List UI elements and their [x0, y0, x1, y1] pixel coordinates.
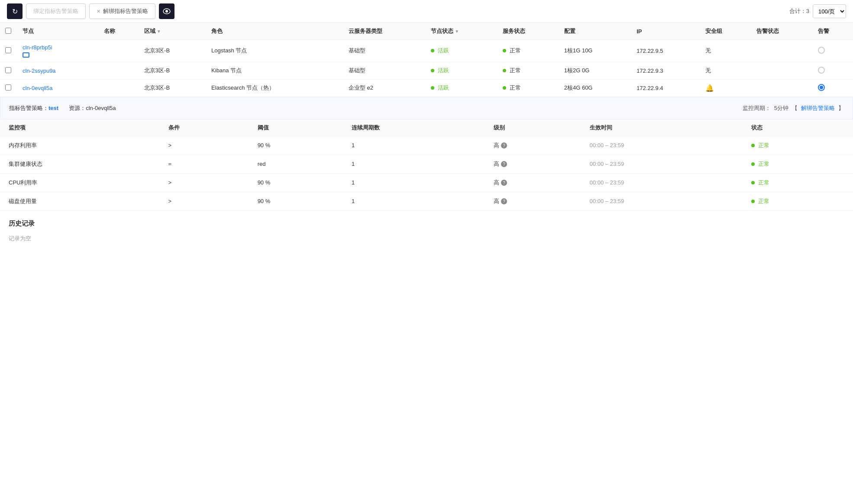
- monitor-table: 监控项 条件 阈值 连续周期数 级别 生效时间 状态 内存利用率 > 90 % …: [0, 120, 853, 211]
- th-name: 名称: [99, 23, 139, 40]
- row-checkbox[interactable]: [5, 47, 11, 53]
- status-text: 正常: [758, 161, 769, 167]
- service-status-text: 正常: [510, 84, 521, 91]
- node-link[interactable]: cln-0evqll5a: [23, 85, 52, 91]
- row-checkbox-cell[interactable]: [0, 79, 17, 97]
- row-alert[interactable]: [813, 40, 853, 62]
- row-node-status: 活跃: [426, 79, 498, 97]
- th-role: 角色: [206, 23, 343, 40]
- question-icon: ?: [501, 142, 507, 149]
- bind-policy-button[interactable]: 绑定指标告警策略: [26, 3, 86, 19]
- th-condition: 条件: [160, 120, 249, 136]
- close-icon: ✕: [97, 9, 100, 14]
- node-status-sort-icon: ▼: [455, 29, 459, 34]
- unbind-policy-button[interactable]: ✕ 解绑指标告警策略: [89, 3, 155, 19]
- monitor-row: CPU利用率 > 90 % 1 高? 00:00 – 23:59 正常: [0, 173, 853, 192]
- monitor-row: 内存利用率 > 90 % 1 高? 00:00 – 23:59 正常: [0, 136, 853, 155]
- service-status-dot: [503, 49, 506, 52]
- th-service-status: 服务状态: [498, 23, 559, 40]
- monitor-periods: 1: [343, 173, 485, 192]
- row-security-group: 无: [700, 62, 751, 79]
- row-checkbox-cell[interactable]: [0, 62, 17, 79]
- monitor-time-range: 00:00 – 23:59: [581, 155, 743, 173]
- th-region[interactable]: 区域 ▼: [139, 23, 206, 40]
- row-node-status: 活跃: [426, 40, 498, 62]
- monitor-periods: 1: [343, 155, 485, 173]
- question-icon: ?: [501, 198, 507, 204]
- monitor-threshold: 90 %: [249, 173, 343, 192]
- monitor-condition: >: [160, 136, 249, 155]
- row-alert[interactable]: [813, 62, 853, 79]
- status-dot: [751, 181, 755, 184]
- row-cloud-type: 基础型: [343, 40, 426, 62]
- table-row: cln-r8prbp5i 北京3区-B Logstash 节点 基础型 活跃 正…: [0, 40, 853, 62]
- node-status-text: 活跃: [438, 47, 449, 54]
- status-dot: [751, 144, 755, 147]
- history-section: 历史记录 记录为空: [0, 211, 853, 251]
- monitor-status: 正常: [743, 192, 853, 210]
- eye-button[interactable]: [159, 3, 174, 19]
- row-config: 1核2G 0G: [559, 62, 631, 79]
- node-link[interactable]: cln-2ssypu9a: [23, 68, 56, 74]
- alert-radio-empty[interactable]: [818, 67, 825, 74]
- row-name: [99, 40, 139, 62]
- row-alert-status: [751, 79, 813, 97]
- page-size-select[interactable]: 100/页 10/页 20/页 50/页: [813, 4, 846, 18]
- row-checkbox[interactable]: [5, 84, 11, 90]
- monitor-threshold: 90 %: [249, 192, 343, 210]
- row-region: 北京3区-B: [139, 62, 206, 79]
- row-node: cln-r8prbp5i: [17, 40, 99, 62]
- bind-policy-label: 绑定指标告警策略: [33, 7, 78, 15]
- select-all-cell[interactable]: [0, 23, 17, 40]
- region-sort-icon: ▼: [157, 29, 161, 34]
- th-level: 级别: [485, 120, 581, 136]
- row-checkbox-cell[interactable]: [0, 40, 17, 62]
- bell-icon: 🔔: [705, 84, 714, 92]
- status-text: 正常: [758, 198, 769, 204]
- th-node-status[interactable]: 节点状态 ▼: [426, 23, 498, 40]
- policy-section: 指标告警策略：test 资源：cln-0evqll5a 监控周期： 5分钟 【 …: [0, 97, 853, 120]
- row-alert[interactable]: [813, 79, 853, 97]
- th-ip: IP: [631, 23, 700, 40]
- node-status-text: 活跃: [438, 84, 449, 91]
- row-ip: 172.22.9.5: [631, 40, 700, 62]
- row-service-status: 正常: [498, 62, 559, 79]
- refresh-button[interactable]: ↻: [7, 3, 23, 19]
- service-status-text: 正常: [510, 67, 521, 74]
- th-time-range: 生效时间: [581, 120, 743, 136]
- table-header-row: 节点 名称 区域 ▼ 角色 云服务器类型 节点状态 ▼ 服务状态 配置 IP 安…: [0, 23, 853, 40]
- select-all-checkbox[interactable]: [5, 28, 11, 34]
- row-cloud-type: 企业型 e2: [343, 79, 426, 97]
- monitor-periods: 1: [343, 192, 485, 210]
- policy-label: 指标告警策略：test: [9, 104, 58, 112]
- alert-radio-empty[interactable]: [818, 47, 825, 54]
- monitor-condition: =: [160, 155, 249, 173]
- node-link[interactable]: cln-r8prbp5i: [23, 44, 52, 51]
- row-role: Logstash 节点: [206, 40, 343, 62]
- th-cloud-type: 云服务器类型: [343, 23, 426, 40]
- question-icon: ?: [501, 161, 507, 167]
- th-node: 节点: [17, 23, 99, 40]
- row-role: Kibana 节点: [206, 62, 343, 79]
- th-periods: 连续周期数: [343, 120, 485, 136]
- monitor-level: 高?: [485, 192, 581, 210]
- monitor-level: 高?: [485, 136, 581, 155]
- period-value: 5分钟: [774, 104, 788, 112]
- table-row: cln-2ssypu9a 北京3区-B Kibana 节点 基础型 活跃 正常 …: [0, 62, 853, 79]
- row-config: 1核1G 10G: [559, 40, 631, 62]
- resource-name: cln-0evqll5a: [86, 105, 116, 111]
- row-service-status: 正常: [498, 79, 559, 97]
- service-status-text: 正常: [510, 47, 521, 54]
- monitor-condition: >: [160, 192, 249, 210]
- row-checkbox[interactable]: [5, 67, 11, 73]
- status-dot: [751, 162, 755, 166]
- policy-info: 指标告警策略：test 资源：cln-0evqll5a: [9, 104, 116, 112]
- monitor-status: 正常: [743, 173, 853, 192]
- node-status-dot: [431, 86, 434, 90]
- eye-icon: [163, 8, 171, 14]
- th-security-group: 安全组: [700, 23, 751, 40]
- svg-point-1: [165, 10, 168, 13]
- unbind-policy-label: 解绑指标告警策略: [103, 7, 148, 15]
- alert-radio-selected[interactable]: [818, 84, 825, 91]
- unbind-policy-link[interactable]: 解绑告警策略: [801, 104, 835, 112]
